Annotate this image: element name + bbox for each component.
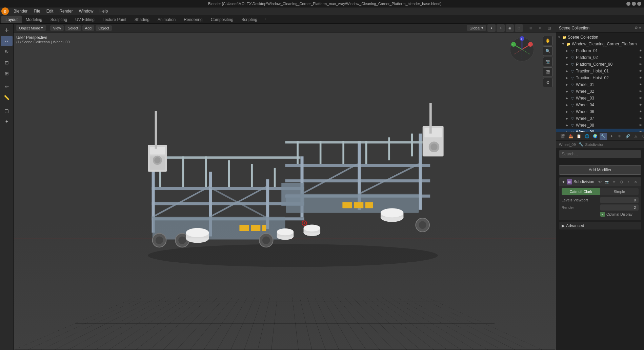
material-properties-icon[interactable]: ⬡ bbox=[640, 133, 644, 140]
scene-properties-icon[interactable]: 🌐 bbox=[583, 133, 591, 140]
outliner-item-wheel01[interactable]: ▶ ▽ Wheel_01 👁 bbox=[556, 81, 644, 88]
advanced-header[interactable]: ▶ Advanced bbox=[559, 222, 641, 229]
outliner-item-platform02[interactable]: ▶ ▽ Platform_02 👁 bbox=[556, 54, 644, 61]
visibility-platform-corner90[interactable]: 👁 bbox=[638, 62, 643, 67]
tab-simple[interactable]: Simple bbox=[600, 188, 639, 195]
modifier-realtime-icon[interactable]: 👁 bbox=[597, 179, 603, 185]
optimal-display-checkbox[interactable] bbox=[600, 212, 605, 217]
add-modifier-button[interactable]: Add Modifier bbox=[559, 165, 641, 175]
output-properties-icon[interactable]: 📤 bbox=[567, 133, 575, 140]
tab-animation[interactable]: Animation bbox=[154, 16, 180, 23]
modifier-expand-icon[interactable]: ▼ bbox=[562, 180, 565, 184]
modifier-cage-icon[interactable]: ⬡ bbox=[618, 179, 624, 185]
world-properties-icon[interactable]: 🌍 bbox=[591, 133, 599, 140]
navigation-gizmo[interactable]: X Y Z bbox=[508, 36, 536, 63]
visibility-wheel01[interactable]: 👁 bbox=[638, 82, 643, 87]
visibility-traction-hoist02[interactable]: 👁 bbox=[638, 75, 643, 80]
select-menu[interactable]: Select bbox=[65, 25, 81, 31]
menu-window[interactable]: Window bbox=[76, 8, 96, 14]
view-menu[interactable]: View bbox=[50, 25, 64, 31]
global-dropdown[interactable]: Global ▾ bbox=[467, 25, 486, 31]
modifier-delete-icon[interactable]: ✕ bbox=[632, 179, 639, 185]
viewport-canvas[interactable]: User Perspective (1) Scene Collection | … bbox=[14, 32, 556, 350]
visibility-wheel06[interactable]: 👁 bbox=[638, 109, 643, 114]
tab-sculpting[interactable]: Sculpting bbox=[46, 16, 71, 23]
annotate-tool[interactable]: ✏ bbox=[1, 82, 13, 92]
viewport-shading-solid[interactable]: ● bbox=[487, 24, 496, 32]
tab-rendering[interactable]: Rendering bbox=[180, 16, 206, 23]
outliner-item-platform-corner90[interactable]: ▶ ▽ Platform_Corner_90 👁 bbox=[556, 61, 644, 68]
visibility-wheel02[interactable]: 👁 bbox=[638, 89, 643, 94]
outliner-item-wheel04[interactable]: ▶ ▽ Wheel_04 👁 bbox=[556, 102, 644, 108]
transform-tool[interactable]: ⊞ bbox=[1, 68, 13, 79]
physics-properties-icon[interactable]: ⚛ bbox=[616, 133, 623, 140]
viewport-shading-material[interactable]: ○ bbox=[497, 24, 505, 32]
menu-blender[interactable]: Blender bbox=[11, 8, 30, 14]
add-tool[interactable]: ✦ bbox=[1, 116, 13, 127]
outliner-item-wheel06[interactable]: ▶ ▽ Wheel_06 👁 bbox=[556, 108, 644, 115]
tab-compositing[interactable]: Compositing bbox=[207, 16, 238, 23]
menu-edit[interactable]: Edit bbox=[44, 8, 56, 14]
scale-tool[interactable]: ⊡ bbox=[1, 58, 13, 68]
data-properties-icon[interactable]: △ bbox=[632, 133, 640, 140]
constraint-properties-icon[interactable]: 🔗 bbox=[624, 133, 631, 140]
rotate-tool[interactable]: ↻ bbox=[1, 47, 13, 57]
add-cube-tool[interactable]: ▢ bbox=[1, 106, 13, 116]
add-workspace-button[interactable]: + bbox=[261, 15, 269, 23]
overlays-button[interactable]: ⊞ bbox=[527, 24, 535, 32]
viewport-shading-wireframe[interactable]: ⊡ bbox=[515, 24, 523, 32]
hand-tool-button[interactable]: ✋ bbox=[543, 36, 552, 45]
modifier-render-icon[interactable]: 📷 bbox=[604, 179, 610, 185]
render-preview-button[interactable]: 🎬 bbox=[543, 67, 552, 77]
modifier-properties-icon[interactable]: 🔧 bbox=[600, 133, 607, 140]
outliner-options-icon[interactable]: ≡ bbox=[639, 26, 641, 30]
visibility-platform01[interactable]: 👁 bbox=[638, 48, 643, 53]
tab-layout[interactable]: Layout bbox=[1, 16, 22, 23]
visibility-platform02[interactable]: 👁 bbox=[638, 55, 643, 60]
gizmos-button[interactable]: ⊕ bbox=[536, 24, 544, 32]
render-value[interactable]: 2 bbox=[600, 204, 639, 211]
modifier-edit-icon[interactable]: ✏ bbox=[611, 179, 617, 185]
tab-scripting[interactable]: Scripting bbox=[237, 16, 261, 23]
visibility-wheel04[interactable]: 👁 bbox=[638, 103, 643, 107]
visibility-wheel03[interactable]: 👁 bbox=[638, 96, 643, 101]
blender-logo[interactable]: B bbox=[1, 7, 9, 15]
view-layer-properties-icon[interactable]: 📋 bbox=[575, 133, 583, 140]
tab-shading[interactable]: Shading bbox=[130, 16, 154, 23]
xray-button[interactable]: ◫ bbox=[545, 24, 553, 32]
tab-uv-editing[interactable]: UV Editing bbox=[71, 16, 99, 23]
outliner-item-wheel07[interactable]: ▶ ▽ Wheel_07 👁 bbox=[556, 115, 644, 122]
modifier-move-up-icon[interactable]: ↑ bbox=[625, 179, 631, 185]
visibility-wheel07[interactable]: 👁 bbox=[638, 116, 643, 121]
properties-search-input[interactable] bbox=[559, 150, 641, 158]
outliner-item-wheel02[interactable]: ▶ ▽ Wheel_02 👁 bbox=[556, 88, 644, 95]
object-mode-dropdown[interactable]: Object Mode ▾ bbox=[16, 25, 46, 31]
add-menu[interactable]: Add bbox=[82, 25, 95, 31]
menu-file[interactable]: File bbox=[31, 8, 43, 14]
menu-help[interactable]: Help bbox=[97, 8, 110, 14]
close-button[interactable] bbox=[637, 2, 641, 6]
viewport-shading-rendered[interactable]: ◉ bbox=[506, 24, 514, 32]
menu-render[interactable]: Render bbox=[57, 8, 75, 14]
visibility-wheel09[interactable]: 👁 bbox=[638, 130, 643, 132]
minimize-button[interactable] bbox=[626, 2, 630, 6]
outliner-item-scene-collection[interactable]: ▼ 📁 Scene Collection bbox=[556, 34, 644, 41]
outliner-item-traction-hoist01[interactable]: ▶ ▽ Traction_Hoist_01 👁 bbox=[556, 68, 644, 74]
particle-properties-icon[interactable]: ✦ bbox=[608, 133, 615, 140]
tab-modeling[interactable]: Modeling bbox=[22, 16, 46, 23]
zoom-tool-button[interactable]: 🔍 bbox=[543, 46, 552, 56]
cursor-tool[interactable]: ✛ bbox=[1, 25, 13, 35]
move-tool[interactable]: ↔ bbox=[1, 36, 13, 46]
outliner-item-platform01[interactable]: ▶ ▽ Platform_01 👁 bbox=[556, 47, 644, 54]
area-settings-button[interactable]: ⚙ bbox=[543, 78, 552, 87]
tab-catmull-clark[interactable]: Catmull-Clark bbox=[562, 188, 600, 195]
outliner-filter-icon[interactable]: ⚙ bbox=[635, 26, 638, 30]
outliner-item-wheel08[interactable]: ▶ ▽ Wheel_08 👁 bbox=[556, 122, 644, 129]
render-properties-icon[interactable]: 🎬 bbox=[559, 133, 566, 140]
outliner-item-wheel09[interactable]: ▶ ▽ Wheel_09 👁 bbox=[556, 129, 644, 132]
visibility-wheel08[interactable]: 👁 bbox=[638, 123, 643, 128]
outliner-item-traction-hoist02[interactable]: ▶ ▽ Traction_Hoist_02 👁 bbox=[556, 74, 644, 81]
tab-texture-paint[interactable]: Texture Paint bbox=[99, 16, 130, 23]
levels-viewport-value[interactable]: 0 bbox=[600, 197, 639, 203]
measure-tool[interactable]: 📏 bbox=[1, 92, 13, 103]
